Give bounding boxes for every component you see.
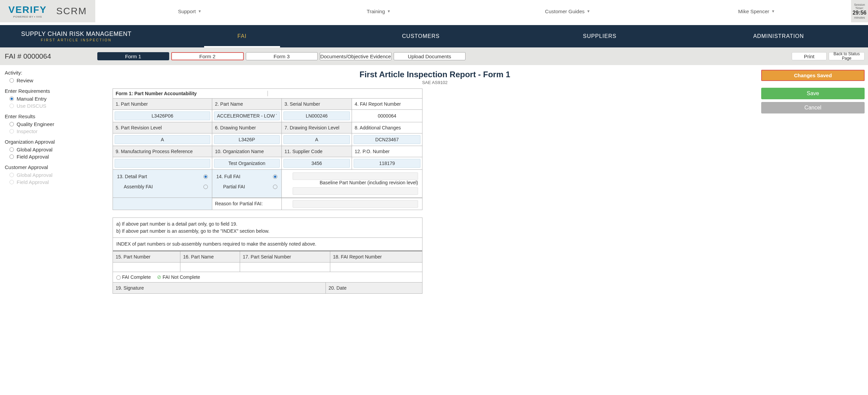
form1-button[interactable]: Form 1 <box>97 52 169 60</box>
lbl-rev-level: 5. Part Revision Level <box>113 122 212 133</box>
lbl-detail-part: 13. Detail Part <box>117 174 147 179</box>
form2-button[interactable]: Form 2 <box>171 52 244 60</box>
scrm-logo: SCRM <box>56 6 87 17</box>
enter-res-label: Enter Results <box>5 113 108 119</box>
form3-button[interactable]: Form 3 <box>246 52 318 60</box>
inp-f18[interactable] <box>330 263 422 272</box>
activity-label: Activity: <box>5 70 108 76</box>
tab-suppliers[interactable]: SUPPLIERS <box>510 25 689 47</box>
inp-drawing-rev[interactable] <box>283 135 350 144</box>
tab-administration[interactable]: ADMINISTRATION <box>689 25 868 47</box>
inp-f16[interactable] <box>180 263 240 272</box>
check-icon: ⊘ <box>157 274 161 280</box>
lbl-date: 20. Date <box>326 283 422 293</box>
lbl-assembly-fai: Assembly FAI <box>124 184 153 189</box>
note-b: b) If above part number is an assembly, … <box>116 228 419 235</box>
chevron-down-icon: ▼ <box>387 9 391 13</box>
nav-training[interactable]: Training▼ <box>284 8 473 14</box>
inp-baseline-top[interactable] <box>293 172 418 180</box>
app-title: SUPPLY CHAIN RISK MANAGEMENT <box>21 30 131 38</box>
tab-fai[interactable]: FAI <box>153 25 332 47</box>
lbl-po-number: 12. P.O. Number <box>352 146 422 157</box>
lbl-fai-report: 4. FAI Report Number <box>352 99 422 109</box>
inp-part-number[interactable] <box>115 111 210 120</box>
chevron-down-icon: ▼ <box>771 9 775 13</box>
nav-support[interactable]: Support▼ <box>95 8 284 14</box>
upload-button[interactable]: Upload Documents <box>394 52 466 60</box>
back-button[interactable]: Back to Status Page <box>829 52 865 60</box>
enter-req-label: Enter Requirements <box>5 88 108 94</box>
inp-rev-level[interactable] <box>115 135 210 144</box>
inp-f15[interactable] <box>113 263 180 272</box>
page-subtitle: SAE AS9102 <box>113 80 757 85</box>
lbl-f15: 15. Part Number <box>113 251 180 262</box>
lbl-part-number: 1. Part Number <box>113 99 212 109</box>
radio-use-discus <box>9 104 14 108</box>
note-a: a) If above part number is a detail part… <box>116 221 419 228</box>
cancel-button[interactable]: Cancel <box>761 102 865 113</box>
documents-button[interactable]: Documents/Objective Evidence <box>320 52 392 60</box>
fai-id: FAI # 0000064 <box>5 52 51 60</box>
radio-review[interactable] <box>9 78 14 83</box>
radio-assembly-fai[interactable] <box>203 185 208 189</box>
index-title: INDEX of part numbers or sub-assembly nu… <box>113 238 422 251</box>
radio-detail-part[interactable] <box>203 174 208 179</box>
inp-org-name[interactable] <box>214 159 280 168</box>
logo-area: VERIFY POWERED BY ▪ iVIS SCRM <box>0 0 95 22</box>
inp-baseline[interactable] <box>293 187 418 195</box>
radio-full-fai[interactable] <box>273 174 277 179</box>
lbl-part-name: 2. Part Name <box>212 99 282 109</box>
lbl-drawing-num: 6. Drawing Number <box>212 122 282 133</box>
val-fai-report: 0000064 <box>354 111 420 120</box>
inp-additional[interactable] <box>354 135 420 144</box>
verify-subtext: POWERED BY ▪ iVIS <box>13 15 42 18</box>
lbl-reason: Reason for Partial FAI: <box>212 198 282 210</box>
save-button[interactable]: Save <box>761 88 865 99</box>
lbl-partial-fai: Partial FAI <box>223 184 245 189</box>
lbl-f16: 16. Part Name <box>180 251 240 262</box>
chevron-down-icon: ▼ <box>198 9 201 13</box>
lbl-additional: 8. Additional Changes <box>352 122 422 133</box>
lbl-f18: 18. FAI Report Number <box>330 251 422 262</box>
lbl-full-fai: 14. Full FAI <box>216 174 240 179</box>
inp-po-number[interactable] <box>354 159 420 168</box>
radio-fai-complete[interactable] <box>116 275 121 280</box>
print-button[interactable]: Print <box>792 52 827 60</box>
lbl-supplier-code: 11. Supplier Code <box>282 146 352 157</box>
radio-inspector <box>9 129 14 133</box>
nav-user[interactable]: Mike Spencer▼ <box>662 8 851 14</box>
lbl-drawing-rev: 7. Drawing Revision Level <box>282 122 352 133</box>
inp-mfr-ref[interactable] <box>115 159 210 168</box>
lbl-org-name: 10. Organization Name <box>212 146 282 157</box>
inp-part-name[interactable] <box>214 111 280 120</box>
session-timer: Session Timer: 29:56 minutes <box>851 0 868 22</box>
cust-approval-label: Customer Approval <box>5 164 108 170</box>
lbl-signature: 19. Signature <box>113 283 326 293</box>
verify-logo: VERIFY <box>8 4 47 15</box>
changes-saved-banner: Changes Saved <box>761 70 865 81</box>
app-subtitle: FIRST ARTICLE INSPECTION <box>41 38 112 42</box>
radio-manual-entry[interactable] <box>9 97 14 101</box>
page-title: First Article Inspection Report - Form 1 <box>113 70 757 79</box>
radio-quality-engineer[interactable] <box>9 122 14 126</box>
inp-serial-number[interactable] <box>283 111 350 120</box>
inp-f17[interactable] <box>240 263 330 272</box>
tab-customers[interactable]: CUSTOMERS <box>332 25 511 47</box>
org-approval-label: Organization Approval <box>5 139 108 145</box>
lbl-serial-number: 3. Serial Number <box>282 99 352 109</box>
inp-supplier-code[interactable] <box>283 159 350 168</box>
radio-cust-global <box>9 173 14 177</box>
lbl-mfr-ref: 9. Manufacturing Process Reference <box>113 146 212 157</box>
radio-field-approval[interactable] <box>9 154 14 159</box>
inp-reason[interactable] <box>293 200 418 208</box>
inp-drawing-num[interactable] <box>214 135 280 144</box>
radio-cust-field <box>9 180 14 184</box>
form-header: Form 1: Part Number Accountability <box>116 91 268 96</box>
lbl-baseline: Baseline Part Number (including revision… <box>286 180 418 185</box>
nav-guides[interactable]: Customer Guides▼ <box>473 8 662 14</box>
chevron-down-icon: ▼ <box>587 9 590 13</box>
radio-partial-fai[interactable] <box>273 185 277 189</box>
lbl-f17: 17. Part Serial Number <box>240 251 330 262</box>
radio-global-approval[interactable] <box>9 147 14 152</box>
